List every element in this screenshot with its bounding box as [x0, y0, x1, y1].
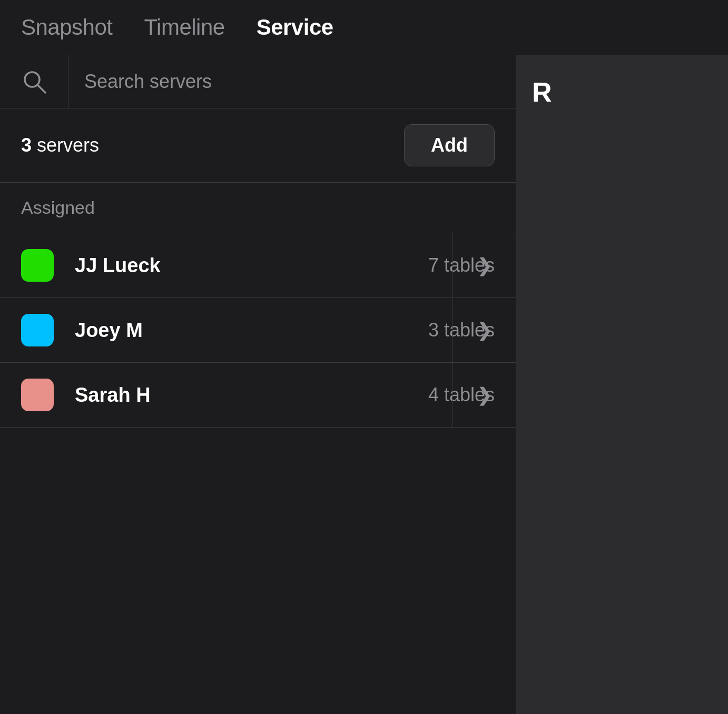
server-color-indicator	[21, 379, 54, 411]
right-panel-initial: R	[532, 76, 552, 108]
assigned-label: Assigned	[21, 197, 95, 217]
tab-snapshot[interactable]: Snapshot	[21, 15, 112, 40]
servers-header: 3 servers Add	[0, 108, 516, 183]
server-row[interactable]: JJ Lueck 7 tables ❯	[0, 233, 516, 298]
add-server-button[interactable]: Add	[404, 124, 495, 166]
chevron-right-icon: ❯	[477, 254, 493, 276]
servers-count: 3 servers	[21, 134, 99, 156]
search-icon-container	[0, 55, 68, 108]
left-panel: 3 servers Add Assigned JJ Lueck 7 tables…	[0, 55, 516, 714]
svg-line-1	[37, 85, 45, 93]
app-container: Snapshot Timeline Service 3 servers	[0, 0, 728, 714]
server-row[interactable]: Joey M 3 tables ❯	[0, 298, 516, 363]
chevron-right-icon: ❯	[477, 319, 493, 341]
server-row[interactable]: Sarah H 4 tables ❯	[0, 363, 516, 428]
chevron-separator: ❯	[452, 298, 516, 362]
search-icon	[21, 68, 47, 95]
tab-timeline[interactable]: Timeline	[144, 15, 224, 40]
main-content: 3 servers Add Assigned JJ Lueck 7 tables…	[0, 55, 728, 714]
chevron-separator: ❯	[452, 233, 516, 298]
chevron-separator: ❯	[452, 363, 516, 427]
top-nav: Snapshot Timeline Service	[0, 0, 728, 55]
search-input[interactable]	[68, 55, 516, 108]
server-list: JJ Lueck 7 tables ❯ Joey M 3 tables ❯	[0, 233, 516, 428]
server-name: Sarah H	[75, 384, 379, 406]
assigned-section: Assigned	[0, 183, 516, 233]
tab-service[interactable]: Service	[257, 15, 333, 40]
server-name: JJ Lueck	[75, 254, 379, 277]
chevron-right-icon: ❯	[477, 384, 493, 406]
right-panel: R	[516, 55, 728, 714]
server-color-indicator	[21, 314, 54, 346]
server-name: Joey M	[75, 319, 379, 342]
search-bar	[0, 55, 516, 108]
server-color-indicator	[21, 249, 54, 282]
